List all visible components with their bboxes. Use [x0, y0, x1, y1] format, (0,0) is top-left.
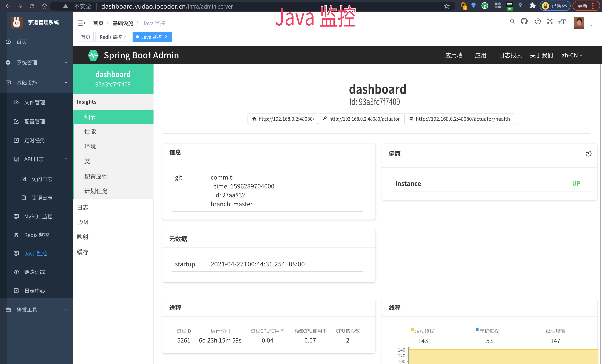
svg-text:y: y	[484, 3, 486, 8]
